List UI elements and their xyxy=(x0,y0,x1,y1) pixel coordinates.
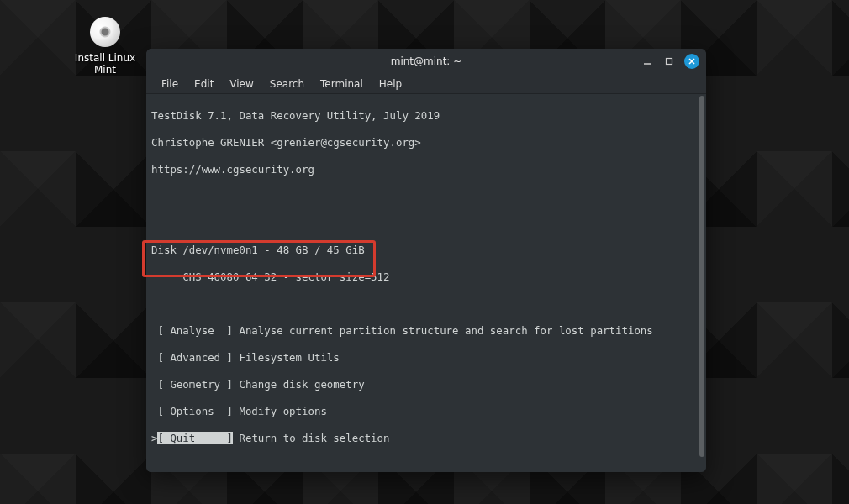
menu-terminal[interactable]: Terminal xyxy=(314,76,370,92)
term-line-header1: TestDisk 7.1, Data Recovery Utility, Jul… xyxy=(151,109,701,123)
close-icon xyxy=(688,57,696,66)
term-line-disk2: CHS 46080 64 32 - sector size=512 xyxy=(151,270,701,284)
term-line-advanced: [ Advanced ] Filesystem Utils xyxy=(151,351,701,365)
desktop-icon-install-linux-mint[interactable]: Install Linux Mint xyxy=(67,17,143,76)
term-line-header3: https://www.cgsecurity.org xyxy=(151,163,701,176)
disc-icon xyxy=(90,17,120,47)
desktop-icon-label: Install Linux Mint xyxy=(67,52,143,76)
term-line-disk1: Disk /dev/nvme0n1 - 48 GB / 45 GiB xyxy=(151,244,701,257)
menu-file[interactable]: File xyxy=(155,76,185,92)
menubar: File Edit View Search Terminal Help xyxy=(146,74,706,94)
term-line-blank xyxy=(151,297,701,311)
terminal-scrollbar[interactable] xyxy=(699,96,704,457)
menu-view[interactable]: View xyxy=(223,76,260,92)
window-close-button[interactable] xyxy=(684,54,699,69)
window-title: mint@mint: ~ xyxy=(391,55,462,67)
minimize-icon xyxy=(643,57,651,66)
window-controls xyxy=(641,49,699,74)
quit-description: Return to disk selection xyxy=(233,432,390,444)
term-line-geometry: [ Geometry ] Change disk geometry xyxy=(151,378,701,391)
term-line-blank xyxy=(151,217,701,230)
term-line-analyse: [ Analyse ] Analyse current partition st… xyxy=(151,324,701,338)
menu-edit[interactable]: Edit xyxy=(187,76,220,92)
maximize-icon xyxy=(665,57,673,66)
menu-help[interactable]: Help xyxy=(372,76,409,92)
term-line-quit: >[ Quit ] Return to disk selection xyxy=(151,432,701,445)
quit-selected-bracket: [ Quit ] xyxy=(157,432,233,444)
window-maximize-button[interactable] xyxy=(662,55,676,68)
terminal-window: mint@mint: ~ File Edit View Search Termi… xyxy=(146,49,706,472)
term-line-blank xyxy=(151,459,701,472)
terminal-body[interactable]: TestDisk 7.1, Data Recovery Utility, Jul… xyxy=(146,94,706,472)
term-line-options: [ Options ] Modify options xyxy=(151,405,701,418)
term-line-blank xyxy=(151,190,701,203)
window-titlebar[interactable]: mint@mint: ~ xyxy=(146,49,706,74)
term-line-header2: Christophe GRENIER <grenier@cgsecurity.o… xyxy=(151,136,701,150)
window-minimize-button[interactable] xyxy=(641,55,654,68)
svg-rect-1 xyxy=(667,59,672,65)
menu-search[interactable]: Search xyxy=(263,76,311,92)
